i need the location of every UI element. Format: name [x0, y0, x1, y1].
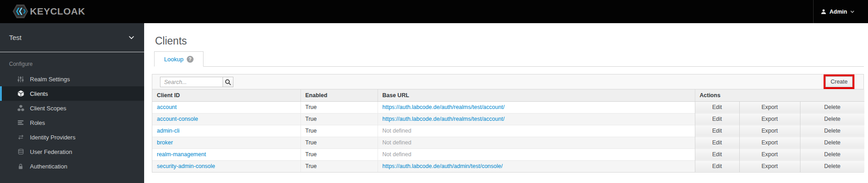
configure-section-label: Configure	[9, 61, 144, 67]
keycloak-logo: KEYCLOAK	[13, 4, 85, 19]
client-id-link[interactable]: account	[157, 104, 177, 110]
user-menu[interactable]: Admin	[813, 0, 863, 23]
edit-button[interactable]: Edit	[695, 101, 739, 113]
page-title: Clients	[155, 35, 868, 47]
sidebar-item-user-federation[interactable]: User Federation	[0, 144, 144, 159]
export-button[interactable]: Export	[739, 101, 800, 113]
base-url-cell[interactable]: https://auth.labcode.de/auth/realms/test…	[378, 101, 695, 113]
enabled-cell: True	[301, 148, 378, 160]
annotation-highlight: Create	[824, 74, 854, 89]
realm-selector[interactable]: Test	[0, 23, 144, 52]
table-row: realm-management True Not defined Edit E…	[152, 148, 864, 160]
edit-button[interactable]: Edit	[695, 137, 739, 148]
enabled-cell: True	[301, 137, 378, 148]
column-header-base-url: Base URL	[378, 89, 695, 101]
edit-button[interactable]: Edit	[695, 160, 739, 172]
client-id-link[interactable]: realm-management	[157, 151, 206, 158]
clients-table-body: account True https://auth.labcode.de/aut…	[152, 101, 864, 172]
table-toolbar: Create	[152, 74, 863, 89]
export-button[interactable]: Export	[739, 113, 800, 125]
export-button[interactable]: Export	[739, 125, 800, 137]
sidebar-item-label: Clients	[30, 90, 48, 97]
clients-table: Create Client ID Enabled Base URL Action…	[152, 74, 864, 173]
edit-button[interactable]: Edit	[695, 148, 739, 160]
exchange-icon	[17, 134, 24, 141]
client-id-link[interactable]: account-console	[157, 116, 198, 122]
delete-button[interactable]: Delete	[800, 113, 864, 125]
sidebar: Test Configure Realm Settings Clients	[0, 23, 144, 183]
sidebar-item-label: Authentication	[30, 163, 67, 170]
delete-button[interactable]: Delete	[800, 160, 864, 172]
edit-button[interactable]: Edit	[695, 125, 739, 137]
export-button[interactable]: Export	[739, 148, 800, 160]
database-icon	[17, 148, 24, 155]
table-row: account-console True https://auth.labcod…	[152, 113, 864, 125]
sidebar-item-authentication[interactable]: Authentication	[0, 159, 144, 173]
base-url-cell: Not defined	[378, 125, 695, 137]
delete-button[interactable]: Delete	[800, 125, 864, 137]
table-row: account True https://auth.labcode.de/aut…	[152, 101, 864, 113]
table-row: security-admin-console True https://auth…	[152, 160, 864, 172]
main-content: Clients Lookup ? Create	[144, 23, 868, 183]
top-bar: KEYCLOAK Admin	[0, 0, 868, 23]
export-button[interactable]: Export	[739, 160, 800, 172]
base-url-cell[interactable]: https://auth.labcode.de/auth/admin/test/…	[378, 160, 695, 172]
enabled-cell: True	[301, 101, 378, 113]
base-url-cell: Not defined	[378, 137, 695, 148]
export-button[interactable]: Export	[739, 137, 800, 148]
sidebar-item-label: Realm Settings	[30, 76, 70, 83]
create-button[interactable]: Create	[825, 76, 853, 87]
table-header-row: Client ID Enabled Base URL Actions	[152, 89, 864, 101]
client-id-link[interactable]: broker	[157, 139, 173, 146]
search-group	[160, 77, 233, 87]
enabled-cell: True	[301, 113, 378, 125]
sidebar-item-realm-settings[interactable]: Realm Settings	[0, 72, 144, 86]
logo-wordmark: KEYCLOAK	[30, 4, 85, 19]
sidebar-item-label: Roles	[30, 119, 45, 126]
lock-icon	[17, 163, 24, 170]
sliders-icon	[17, 75, 24, 83]
base-url-cell: Not defined	[378, 148, 695, 160]
delete-button[interactable]: Delete	[800, 137, 864, 148]
delete-button[interactable]: Delete	[800, 148, 864, 160]
cubes-icon	[17, 104, 24, 112]
sidebar-item-label: User Federation	[30, 148, 72, 155]
sidebar-item-identity-providers[interactable]: Identity Providers	[0, 130, 144, 144]
chevron-down-icon	[850, 10, 854, 13]
user-icon	[821, 9, 826, 15]
sidebar-item-client-scopes[interactable]: Client Scopes	[0, 101, 144, 115]
base-url-cell[interactable]: https://auth.labcode.de/auth/realms/test…	[378, 113, 695, 125]
sidebar-item-label: Identity Providers	[30, 134, 75, 141]
search-button[interactable]	[223, 77, 233, 87]
realm-name: Test	[9, 34, 22, 41]
tab-label: Lookup	[164, 56, 184, 63]
column-header-enabled: Enabled	[301, 89, 378, 101]
search-icon	[225, 79, 231, 85]
list-icon	[17, 119, 24, 126]
chevron-down-icon	[129, 36, 134, 40]
search-input[interactable]	[160, 77, 223, 87]
delete-button[interactable]: Delete	[800, 101, 864, 113]
sidebar-item-clients[interactable]: Clients	[0, 86, 144, 101]
cube-icon	[17, 90, 24, 97]
column-header-client-id: Client ID	[152, 89, 301, 101]
client-id-link[interactable]: security-admin-console	[157, 163, 215, 169]
help-icon[interactable]: ?	[187, 56, 194, 63]
tab-lookup[interactable]: Lookup ?	[154, 51, 204, 67]
enabled-cell: True	[301, 125, 378, 137]
column-header-actions: Actions	[695, 89, 864, 101]
client-id-link[interactable]: admin-cli	[157, 128, 179, 134]
tab-bar: Lookup ?	[154, 51, 864, 67]
table-row: broker True Not defined Edit Export Dele…	[152, 137, 864, 148]
keycloak-hexagon-icon	[13, 4, 28, 19]
user-name: Admin	[829, 9, 847, 15]
edit-button[interactable]: Edit	[695, 113, 739, 125]
table-row: admin-cli True Not defined Edit Export D…	[152, 125, 864, 137]
sidebar-item-label: Client Scopes	[30, 105, 66, 112]
sidebar-item-roles[interactable]: Roles	[0, 115, 144, 130]
enabled-cell: True	[301, 160, 378, 172]
